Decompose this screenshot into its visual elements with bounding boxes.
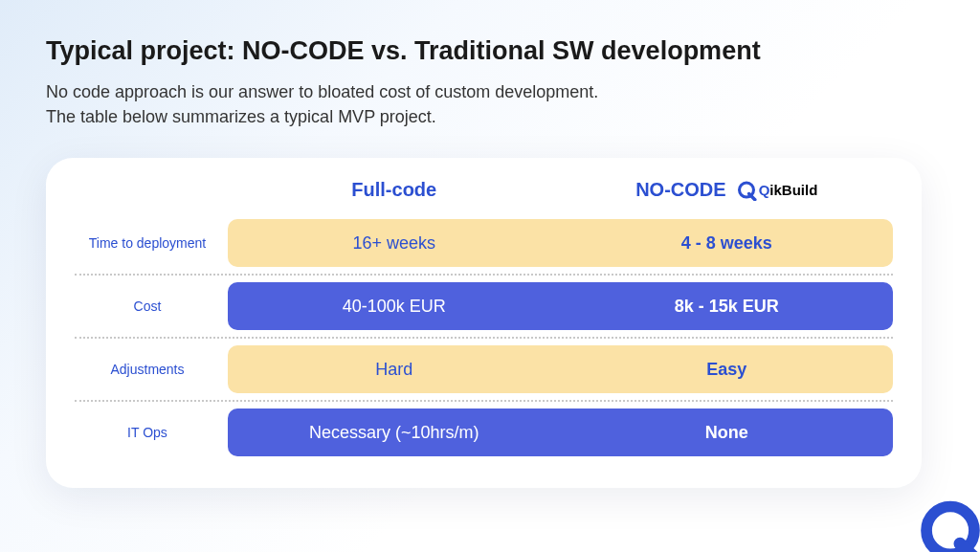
cell-nocode-time: 4 - 8 weeks bbox=[561, 219, 894, 267]
row-label-itops: IT Ops bbox=[75, 424, 228, 441]
row-pill: 16+ weeks 4 - 8 weeks bbox=[228, 219, 893, 267]
row-label-adjustments: Adjustments bbox=[75, 361, 228, 378]
cell-fullcode-cost: 40-100k EUR bbox=[228, 282, 561, 330]
cell-nocode-itops: None bbox=[561, 408, 894, 456]
row-pill: Necessary (~10hrs/m) None bbox=[228, 408, 893, 456]
comparison-table: Time to deployment 16+ weeks 4 - 8 weeks… bbox=[75, 212, 893, 463]
table-row: Adjustments Hard Easy bbox=[75, 339, 893, 402]
row-label-time: Time to deployment bbox=[75, 234, 228, 252]
cell-fullcode-adjustments: Hard bbox=[228, 345, 561, 393]
column-header-fullcode: Full-code bbox=[228, 179, 561, 201]
cell-nocode-cost: 8k - 15k EUR bbox=[561, 282, 894, 330]
comparison-card: Full-code NO-CODE QikBuild Time to deplo… bbox=[46, 158, 922, 488]
page-title: Typical project: NO-CODE vs. Traditional… bbox=[46, 36, 934, 66]
subtitle-line-2: The table below summarizes a typical MVP… bbox=[46, 107, 436, 126]
row-label-cost: Cost bbox=[75, 298, 228, 315]
table-row: Cost 40-100k EUR 8k - 15k EUR bbox=[75, 276, 893, 339]
page-subtitle: No code approach is our answer to bloate… bbox=[46, 79, 934, 129]
column-headers: Full-code NO-CODE QikBuild bbox=[75, 179, 893, 201]
cell-nocode-adjustments: Easy bbox=[561, 345, 894, 393]
cell-fullcode-time: 16+ weeks bbox=[228, 219, 561, 267]
brand-text: QikBuild bbox=[759, 182, 818, 198]
row-pill: 40-100k EUR 8k - 15k EUR bbox=[228, 282, 893, 330]
column-header-nocode: NO-CODE QikBuild bbox=[561, 179, 894, 201]
column-header-nocode-text: NO-CODE bbox=[635, 179, 725, 201]
q-icon bbox=[736, 180, 757, 201]
row-pill: Hard Easy bbox=[228, 345, 893, 393]
brand-logo-inline: QikBuild bbox=[736, 180, 818, 201]
corner-q-icon bbox=[913, 495, 980, 552]
table-row: Time to deployment 16+ weeks 4 - 8 weeks bbox=[75, 212, 893, 276]
table-row: IT Ops Necessary (~10hrs/m) None bbox=[75, 402, 893, 463]
cell-fullcode-itops: Necessary (~10hrs/m) bbox=[228, 408, 561, 456]
subtitle-line-1: No code approach is our answer to bloate… bbox=[46, 82, 598, 101]
